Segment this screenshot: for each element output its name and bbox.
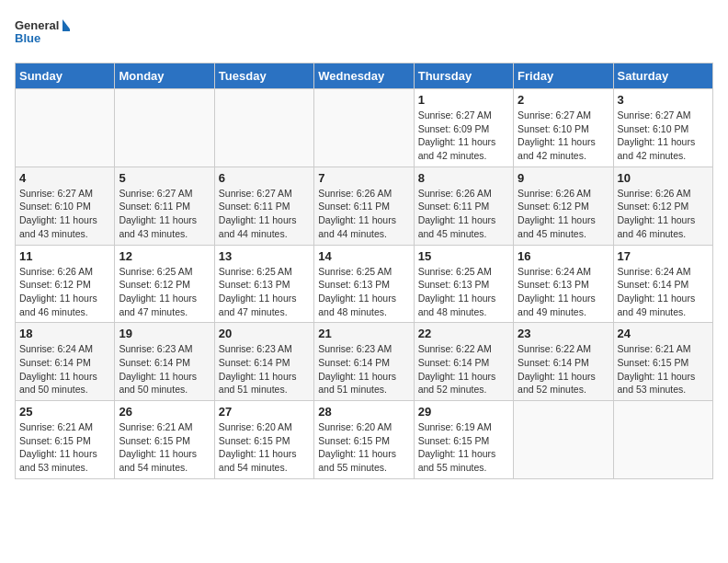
day-info: Sunrise: 6:23 AM Sunset: 6:14 PM Dayligh… bbox=[318, 342, 409, 396]
day-info: Sunrise: 6:27 AM Sunset: 6:09 PM Dayligh… bbox=[418, 109, 509, 163]
calendar-cell: 29Sunrise: 6:19 AM Sunset: 6:15 PM Dayli… bbox=[414, 401, 513, 479]
week-row-2: 4Sunrise: 6:27 AM Sunset: 6:10 PM Daylig… bbox=[16, 167, 713, 245]
calendar-cell bbox=[514, 401, 613, 479]
header-sunday: Sunday bbox=[16, 63, 115, 89]
svg-text:General: General bbox=[15, 18, 59, 32]
day-number: 25 bbox=[19, 405, 110, 419]
day-info: Sunrise: 6:27 AM Sunset: 6:11 PM Dayligh… bbox=[219, 187, 310, 241]
day-number: 9 bbox=[518, 171, 609, 185]
day-number: 3 bbox=[618, 93, 709, 107]
calendar-cell: 26Sunrise: 6:21 AM Sunset: 6:15 PM Dayli… bbox=[115, 401, 214, 479]
calendar-cell: 22Sunrise: 6:22 AM Sunset: 6:14 PM Dayli… bbox=[414, 323, 513, 401]
day-info: Sunrise: 6:27 AM Sunset: 6:11 PM Dayligh… bbox=[119, 187, 210, 241]
calendar-cell: 19Sunrise: 6:23 AM Sunset: 6:14 PM Dayli… bbox=[115, 323, 214, 401]
day-number: 18 bbox=[19, 327, 110, 340]
day-info: Sunrise: 6:25 AM Sunset: 6:13 PM Dayligh… bbox=[219, 265, 310, 319]
calendar-cell: 15Sunrise: 6:25 AM Sunset: 6:13 PM Dayli… bbox=[414, 245, 513, 323]
day-number: 6 bbox=[219, 171, 310, 185]
calendar-cell bbox=[613, 401, 712, 479]
calendar-cell: 18Sunrise: 6:24 AM Sunset: 6:14 PM Dayli… bbox=[16, 323, 115, 401]
day-number: 17 bbox=[618, 249, 709, 263]
calendar-cell: 1Sunrise: 6:27 AM Sunset: 6:09 PM Daylig… bbox=[414, 89, 513, 167]
day-number: 13 bbox=[219, 249, 310, 263]
calendar-cell: 27Sunrise: 6:20 AM Sunset: 6:15 PM Dayli… bbox=[214, 401, 313, 479]
day-info: Sunrise: 6:23 AM Sunset: 6:14 PM Dayligh… bbox=[219, 342, 310, 396]
svg-marker-2 bbox=[63, 19, 70, 31]
header-tuesday: Tuesday bbox=[214, 63, 313, 89]
week-row-5: 25Sunrise: 6:21 AM Sunset: 6:15 PM Dayli… bbox=[16, 401, 713, 479]
calendar-cell: 7Sunrise: 6:26 AM Sunset: 6:11 PM Daylig… bbox=[314, 167, 414, 245]
header-wednesday: Wednesday bbox=[314, 63, 414, 89]
day-info: Sunrise: 6:23 AM Sunset: 6:14 PM Dayligh… bbox=[119, 342, 210, 396]
logo: GeneralBlue bbox=[15, 15, 70, 52]
day-number: 27 bbox=[219, 405, 310, 419]
calendar-cell bbox=[16, 89, 115, 167]
calendar-cell: 24Sunrise: 6:21 AM Sunset: 6:15 PM Dayli… bbox=[613, 323, 712, 401]
day-info: Sunrise: 6:25 AM Sunset: 6:13 PM Dayligh… bbox=[318, 265, 409, 319]
day-number: 1 bbox=[418, 93, 509, 107]
day-number: 4 bbox=[19, 171, 110, 185]
day-info: Sunrise: 6:27 AM Sunset: 6:10 PM Dayligh… bbox=[19, 187, 110, 241]
calendar-cell: 16Sunrise: 6:24 AM Sunset: 6:13 PM Dayli… bbox=[514, 245, 613, 323]
calendar-cell: 17Sunrise: 6:24 AM Sunset: 6:14 PM Dayli… bbox=[613, 245, 712, 323]
day-info: Sunrise: 6:19 AM Sunset: 6:15 PM Dayligh… bbox=[418, 420, 509, 475]
day-info: Sunrise: 6:21 AM Sunset: 6:15 PM Dayligh… bbox=[618, 342, 709, 396]
calendar-cell bbox=[314, 89, 414, 167]
day-number: 26 bbox=[119, 405, 210, 419]
day-number: 8 bbox=[418, 171, 509, 185]
day-info: Sunrise: 6:25 AM Sunset: 6:13 PM Dayligh… bbox=[418, 265, 509, 319]
calendar-cell: 10Sunrise: 6:26 AM Sunset: 6:12 PM Dayli… bbox=[613, 167, 712, 245]
calendar-cell: 25Sunrise: 6:21 AM Sunset: 6:15 PM Dayli… bbox=[16, 401, 115, 479]
day-info: Sunrise: 6:26 AM Sunset: 6:12 PM Dayligh… bbox=[518, 187, 609, 241]
day-info: Sunrise: 6:24 AM Sunset: 6:14 PM Dayligh… bbox=[618, 265, 709, 319]
day-number: 20 bbox=[219, 327, 310, 340]
calendar-cell: 8Sunrise: 6:26 AM Sunset: 6:11 PM Daylig… bbox=[414, 167, 513, 245]
day-info: Sunrise: 6:24 AM Sunset: 6:14 PM Dayligh… bbox=[19, 342, 110, 396]
day-info: Sunrise: 6:20 AM Sunset: 6:15 PM Dayligh… bbox=[318, 420, 409, 475]
calendar-cell: 12Sunrise: 6:25 AM Sunset: 6:12 PM Dayli… bbox=[115, 245, 214, 323]
calendar-cell: 28Sunrise: 6:20 AM Sunset: 6:15 PM Dayli… bbox=[314, 401, 414, 479]
day-info: Sunrise: 6:27 AM Sunset: 6:10 PM Dayligh… bbox=[518, 109, 609, 163]
day-info: Sunrise: 6:21 AM Sunset: 6:15 PM Dayligh… bbox=[19, 420, 110, 475]
day-info: Sunrise: 6:22 AM Sunset: 6:14 PM Dayligh… bbox=[418, 342, 509, 396]
day-number: 29 bbox=[418, 405, 509, 419]
week-row-4: 18Sunrise: 6:24 AM Sunset: 6:14 PM Dayli… bbox=[16, 323, 713, 401]
day-number: 12 bbox=[119, 249, 210, 263]
day-info: Sunrise: 6:27 AM Sunset: 6:10 PM Dayligh… bbox=[618, 109, 709, 163]
calendar-cell: 3Sunrise: 6:27 AM Sunset: 6:10 PM Daylig… bbox=[613, 89, 712, 167]
day-number: 28 bbox=[318, 405, 409, 419]
calendar-cell: 21Sunrise: 6:23 AM Sunset: 6:14 PM Dayli… bbox=[314, 323, 414, 401]
day-info: Sunrise: 6:26 AM Sunset: 6:12 PM Dayligh… bbox=[19, 265, 110, 319]
day-info: Sunrise: 6:20 AM Sunset: 6:15 PM Dayligh… bbox=[219, 420, 310, 475]
calendar-cell bbox=[115, 89, 214, 167]
calendar-cell: 4Sunrise: 6:27 AM Sunset: 6:10 PM Daylig… bbox=[16, 167, 115, 245]
calendar-cell bbox=[214, 89, 313, 167]
day-number: 21 bbox=[318, 327, 409, 340]
day-info: Sunrise: 6:26 AM Sunset: 6:12 PM Dayligh… bbox=[618, 187, 709, 241]
day-info: Sunrise: 6:25 AM Sunset: 6:12 PM Dayligh… bbox=[119, 265, 210, 319]
day-info: Sunrise: 6:21 AM Sunset: 6:15 PM Dayligh… bbox=[119, 420, 210, 475]
day-number: 23 bbox=[518, 327, 609, 340]
calendar-cell: 20Sunrise: 6:23 AM Sunset: 6:14 PM Dayli… bbox=[214, 323, 313, 401]
day-number: 10 bbox=[618, 171, 709, 185]
calendar-cell: 13Sunrise: 6:25 AM Sunset: 6:13 PM Dayli… bbox=[214, 245, 313, 323]
day-number: 16 bbox=[518, 249, 609, 263]
page-header: GeneralBlue bbox=[15, 15, 713, 52]
day-number: 19 bbox=[119, 327, 210, 340]
day-number: 15 bbox=[418, 249, 509, 263]
header-friday: Friday bbox=[514, 63, 613, 89]
day-number: 22 bbox=[418, 327, 509, 340]
calendar-table: SundayMondayTuesdayWednesdayThursdayFrid… bbox=[15, 63, 713, 479]
calendar-cell: 9Sunrise: 6:26 AM Sunset: 6:12 PM Daylig… bbox=[514, 167, 613, 245]
day-number: 11 bbox=[19, 249, 110, 263]
calendar-cell: 11Sunrise: 6:26 AM Sunset: 6:12 PM Dayli… bbox=[16, 245, 115, 323]
svg-text:Blue: Blue bbox=[15, 31, 40, 45]
day-number: 24 bbox=[618, 327, 709, 340]
header-saturday: Saturday bbox=[613, 63, 712, 89]
calendar-cell: 23Sunrise: 6:22 AM Sunset: 6:14 PM Dayli… bbox=[514, 323, 613, 401]
day-number: 2 bbox=[518, 93, 609, 107]
day-info: Sunrise: 6:26 AM Sunset: 6:11 PM Dayligh… bbox=[318, 187, 409, 241]
day-info: Sunrise: 6:26 AM Sunset: 6:11 PM Dayligh… bbox=[418, 187, 509, 241]
calendar-cell: 6Sunrise: 6:27 AM Sunset: 6:11 PM Daylig… bbox=[214, 167, 313, 245]
header-monday: Monday bbox=[115, 63, 214, 89]
